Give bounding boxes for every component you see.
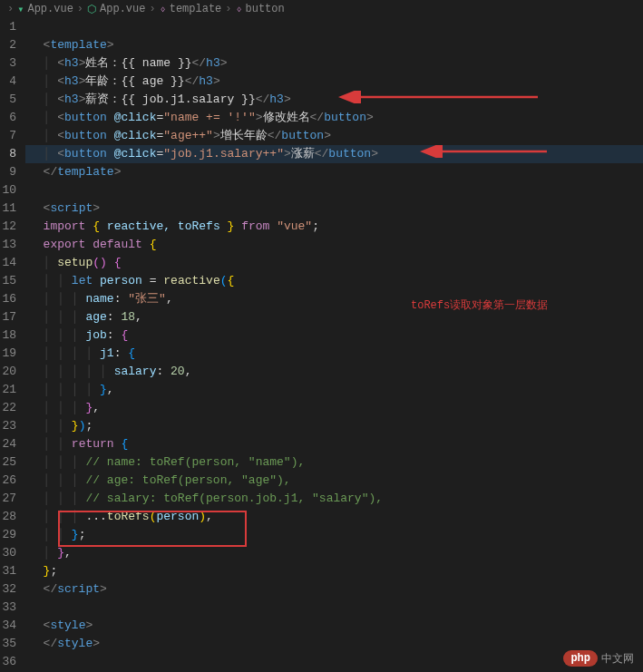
tag-icon: ⬨ — [236, 3, 242, 15]
tag-icon: ⬨ — [160, 3, 166, 15]
code-line[interactable]: │ setup() { — [25, 254, 643, 272]
code-line[interactable]: │ │ │ // name: toRef(person, "name"), — [25, 453, 643, 472]
watermark: php 中文网 — [563, 650, 634, 667]
chevron-right-icon: › — [225, 3, 231, 15]
code-line[interactable]: </template> — [25, 163, 643, 181]
code-line[interactable]: │ }, — [25, 544, 643, 562]
code-line[interactable]: <style> — [25, 617, 643, 635]
watermark-text: 中文网 — [601, 651, 634, 667]
breadcrumb-item[interactable]: button — [246, 3, 285, 15]
code-line[interactable]: │ <h3>薪资：{{ job.j1.salary }}</h3> — [25, 91, 643, 109]
chevron-right-icon: › — [7, 3, 14, 15]
code-line[interactable] — [25, 653, 643, 671]
code-line[interactable]: │ │ │ ...toRefs(person), — [25, 508, 643, 526]
code-line[interactable]: </script> — [25, 580, 643, 599]
code-line[interactable] — [25, 181, 643, 200]
code-line[interactable]: │ │ }; — [25, 526, 643, 544]
vue-icon: ▾ — [17, 3, 24, 16]
code-line[interactable]: │ │ return { — [25, 435, 643, 453]
code-line[interactable]: </style> — [25, 635, 643, 653]
code-line[interactable]: │ │ │ age: 18, — [25, 308, 643, 326]
chevron-right-icon: › — [77, 3, 83, 15]
breadcrumb-item[interactable]: template — [170, 3, 222, 15]
code-line[interactable]: }; — [25, 562, 643, 580]
line-gutter: 1234567 8 9101112131415 16171819202122 2… — [0, 18, 25, 672]
code-line[interactable] — [25, 599, 643, 617]
code-line[interactable]: │ │ │ │ j1: { — [25, 345, 643, 363]
code-line[interactable]: │ │ │ // age: toRef(person, "age"), — [25, 472, 643, 490]
editor[interactable]: 1234567 8 9101112131415 16171819202122 2… — [0, 18, 643, 672]
code-line[interactable]: │ <h3>姓名：{{ name }}</h3> — [25, 54, 643, 73]
chevron-right-icon: › — [149, 3, 155, 15]
code-line[interactable]: import { reactive, toRefs } from "vue"; — [25, 218, 643, 236]
code-line[interactable] — [25, 18, 643, 36]
code-line[interactable]: │ <button @click="name += '!'">修改姓名</but… — [25, 109, 643, 127]
code-line[interactable]: │ <button @click="age++">增长年龄</button> — [25, 127, 643, 145]
code-line[interactable]: <script> — [25, 200, 643, 218]
code-line[interactable]: │ │ │ │ │ salary: 20, — [25, 363, 643, 381]
code-line[interactable]: │ <h3>年龄：{{ age }}</h3> — [25, 73, 643, 91]
breadcrumb-item[interactable]: App.vue — [100, 3, 145, 15]
watermark-pill: php — [563, 650, 598, 667]
breadcrumb: › ▾ App.vue › ⬡ App.vue › ⬨ template › ⬨… — [0, 0, 643, 18]
code-line[interactable]: │ │ }); — [25, 417, 643, 435]
code-line[interactable]: │ <button @click="job.j1.salary++">涨薪</b… — [25, 145, 643, 163]
code-line[interactable]: │ │ │ name: "张三", — [25, 290, 643, 308]
code-line[interactable]: │ │ let person = reactive({ — [25, 272, 643, 290]
code-line[interactable]: │ │ │ │ }, — [25, 381, 643, 399]
code-line[interactable]: export default { — [25, 236, 643, 254]
code-line[interactable]: <template> — [25, 36, 643, 54]
breadcrumb-item[interactable]: App.vue — [27, 3, 73, 15]
code-line[interactable]: │ │ │ // salary: toRef(person.job.j1, "s… — [25, 490, 643, 508]
code-area[interactable]: <template> │ <h3>姓名：{{ name }}</h3> │ <h… — [25, 18, 643, 672]
code-line[interactable]: │ │ │ }, — [25, 399, 643, 417]
vue-icon: ⬡ — [87, 3, 96, 16]
code-line[interactable]: │ │ │ job: { — [25, 326, 643, 345]
